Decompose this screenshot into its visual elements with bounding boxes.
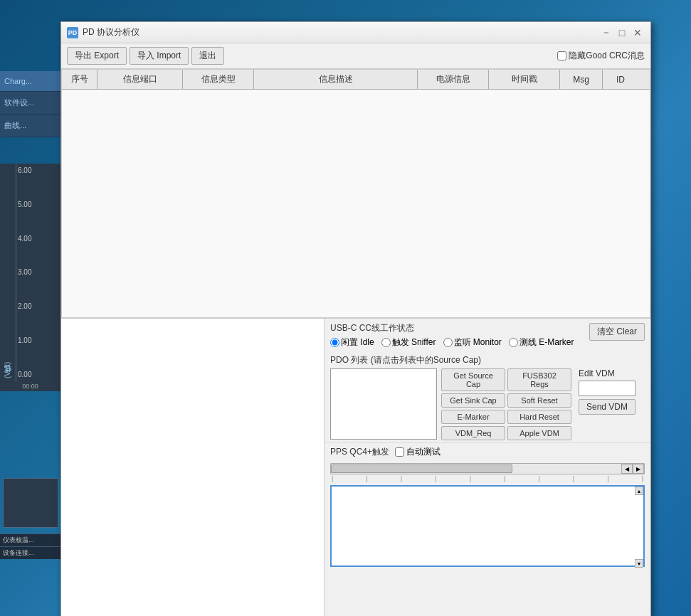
toolbar-left: 导出 Export 导入 Import 退出	[67, 47, 224, 65]
toolbar: 导出 Export 导入 Import 退出 隐藏Good CRC消息	[61, 43, 650, 69]
get-sink-cap-btn[interactable]: Get Sink Cap	[441, 393, 505, 408]
radio-monitor[interactable]: 监听 Monitor	[443, 336, 502, 349]
radio-emarker[interactable]: 测线 E-Marker	[509, 336, 574, 349]
hide-crc-checkbox[interactable]	[557, 51, 566, 60]
y-tick-1: 1.00	[18, 336, 59, 344]
th-desc: 信息描述	[254, 70, 418, 89]
table-container: 序号 信息端口 信息类型 信息描述 电源信息 时间戳 Msg ID	[61, 69, 650, 318]
pdo-list[interactable]	[330, 368, 437, 440]
pdo-btn-row-2: Get Sink Cap Soft Reset	[441, 393, 571, 408]
radio-idle-label: 闲置 Idle	[341, 336, 374, 349]
chart-area: 代线(Volt) 6.00 5.00 4.00 3.00 2.00 1.00 0…	[0, 164, 60, 391]
edit-vdm-title: Edit VDM	[579, 368, 635, 378]
auto-test-checkbox[interactable]	[395, 447, 404, 457]
pps-section: PPS QC4+触发 自动测试	[325, 442, 650, 461]
emarker-btn[interactable]: E-Marker	[441, 410, 505, 424]
x-tick: 00:00	[0, 381, 60, 391]
textarea-wrapper: ▲ ▼	[330, 485, 645, 569]
import-button[interactable]: 导入 Import	[130, 47, 189, 65]
textarea-section: ▲ ▼	[325, 485, 650, 575]
cc-status-section: USB-C CC线工作状态 闲置 Idle 触发 Sniffer	[325, 319, 650, 352]
radio-sniffer-label: 触发 Sniffer	[392, 336, 436, 349]
hide-crc-label[interactable]: 隐藏Good CRC消息	[557, 50, 645, 62]
title-bar: PD PD 协议分析仪 － □ ✕	[61, 22, 650, 43]
table-header: 序号 信息端口 信息类型 信息描述 电源信息 时间戳 Msg ID	[62, 70, 650, 90]
scroll-left-btn[interactable]: ◀	[621, 464, 633, 474]
radio-idle[interactable]: 闲置 Idle	[330, 336, 374, 349]
radio-monitor-input[interactable]	[443, 338, 453, 347]
auto-test-label[interactable]: 自动测试	[395, 446, 441, 458]
radio-monitor-label: 监听 Monitor	[454, 336, 502, 349]
y-tick-6: 6.00	[18, 166, 59, 174]
pdo-content: Get Source Cap FUSB302 Regs Get Sink Cap…	[330, 368, 645, 440]
y-tick-3: 3.00	[18, 268, 59, 276]
vdm-req-btn[interactable]: VDM_Req	[441, 426, 505, 440]
hide-crc-text: 隐藏Good CRC消息	[569, 50, 645, 62]
vdm-input[interactable]	[579, 381, 635, 396]
pdo-right: Get Source Cap FUSB302 Regs Get Sink Cap…	[441, 368, 635, 440]
radio-idle-input[interactable]	[330, 338, 339, 347]
radio-emarker-input[interactable]	[509, 338, 518, 347]
th-msg: Msg	[560, 70, 603, 89]
pdo-btn-row-1: Get Source Cap FUSB302 Regs	[441, 368, 571, 391]
minimize-button[interactable]: －	[599, 26, 613, 40]
table-body	[62, 90, 650, 318]
temp-label: 仪表核温...	[0, 533, 60, 546]
export-button[interactable]: 导出 Export	[67, 47, 127, 65]
pdo-btn-row-4: VDM_Req Apple VDM	[441, 426, 571, 440]
desktop: Charg... 软件设... 曲线... 代线(Volt) 6.00 5.00…	[0, 0, 691, 616]
scroll-right-btn[interactable]: ▶	[633, 464, 644, 474]
fusb302-regs-btn[interactable]: FUSB302 Regs	[507, 368, 571, 391]
exit-button[interactable]: 退出	[191, 47, 224, 65]
pdo-section: PDO 列表 (请点击列表中的Source Cap) Get Source Ca…	[325, 352, 650, 442]
textarea-scrollbar: ▲ ▼	[635, 487, 643, 568]
radio-sniffer[interactable]: 触发 Sniffer	[381, 336, 436, 349]
chart-y-label: 代线(Volt)	[0, 164, 16, 381]
th-port: 信息端口	[97, 70, 183, 89]
bottom-labels: 仪表核温... 设备连接...	[0, 533, 60, 559]
pdo-buttons: Get Source Cap FUSB302 Regs Get Sink Cap…	[441, 368, 571, 440]
radio-emarker-label: 测线 E-Marker	[519, 336, 574, 349]
left-bottom-panel	[61, 319, 325, 616]
app-icon: PD	[67, 27, 78, 38]
chart-y-axis: 6.00 5.00 4.00 3.00 2.00 1.00 0.00	[16, 164, 60, 381]
sidebar-item-label: Charg...	[4, 77, 32, 85]
bottom-section: USB-C CC线工作状态 闲置 Idle 触发 Sniffer	[61, 318, 650, 616]
window-title: PD 协议分析仪	[83, 26, 139, 38]
edit-vdm-section: Edit VDM Send VDM	[576, 368, 635, 440]
thumbnail-1	[3, 478, 58, 528]
pps-label: PPS QC4+触发	[330, 446, 389, 458]
textarea-scroll-up[interactable]: ▲	[635, 487, 643, 495]
auto-test-text: 自动测试	[406, 446, 441, 458]
hard-reset-btn[interactable]: Hard Reset	[507, 410, 571, 424]
pps-row: PPS QC4+触发 自动测试	[330, 446, 645, 458]
thumbnail-area	[0, 475, 60, 531]
pdo-title: PDO 列表 (请点击列表中的Source Cap)	[330, 354, 645, 366]
send-vdm-btn[interactable]: Send VDM	[579, 399, 635, 415]
y-tick-5: 5.00	[18, 201, 59, 208]
get-source-cap-btn[interactable]: Get Source Cap	[441, 368, 505, 391]
right-bottom-panel: USB-C CC线工作状态 闲置 Idle 触发 Sniffer	[325, 319, 650, 616]
sidebar-item-label: 软件设...	[4, 98, 34, 107]
close-button[interactable]: ✕	[631, 26, 645, 40]
th-seq: 序号	[62, 70, 97, 89]
tick-marks: | | | | | | | | | |	[330, 474, 645, 483]
y-tick-4: 4.00	[18, 235, 59, 243]
scrollbar-track[interactable]: ◀ ▶	[330, 463, 645, 474]
th-power: 电源信息	[418, 70, 489, 89]
th-type: 信息类型	[183, 70, 254, 89]
apple-vdm-btn[interactable]: Apple VDM	[507, 426, 571, 440]
scroll-arrows: ◀ ▶	[621, 464, 644, 474]
radio-sniffer-input[interactable]	[381, 338, 391, 347]
soft-reset-btn[interactable]: Soft Reset	[507, 393, 571, 408]
title-bar-left: PD PD 协议分析仪	[67, 26, 139, 38]
th-time: 时间戳	[489, 70, 560, 89]
textarea-scroll-down[interactable]: ▼	[635, 559, 643, 568]
scrollbar-thumb[interactable]	[331, 464, 512, 473]
clear-button[interactable]: 清空 Clear	[589, 323, 645, 341]
main-textarea[interactable]	[330, 485, 645, 567]
title-controls: － □ ✕	[599, 26, 645, 40]
device-label: 设备连接...	[0, 546, 60, 559]
maximize-button[interactable]: □	[615, 26, 629, 40]
y-tick-0: 0.00	[18, 371, 59, 378]
